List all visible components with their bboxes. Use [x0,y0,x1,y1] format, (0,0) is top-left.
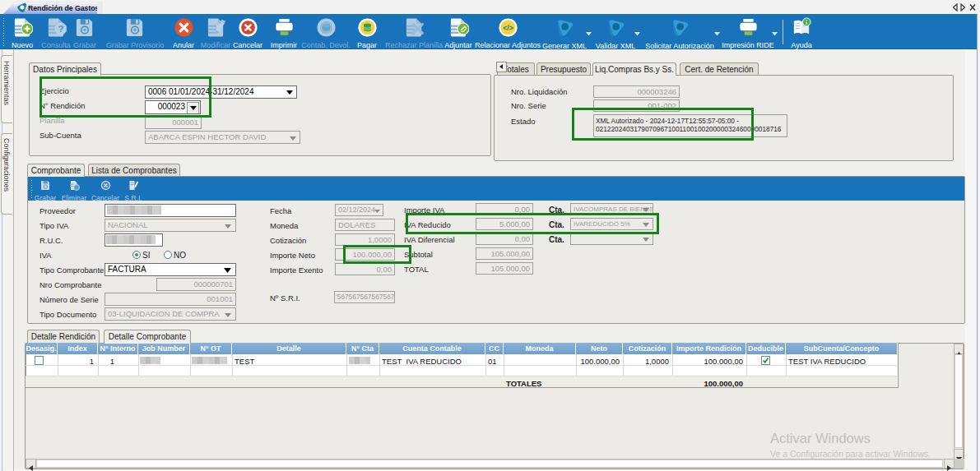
svg-text:</>: </> [503,24,513,32]
